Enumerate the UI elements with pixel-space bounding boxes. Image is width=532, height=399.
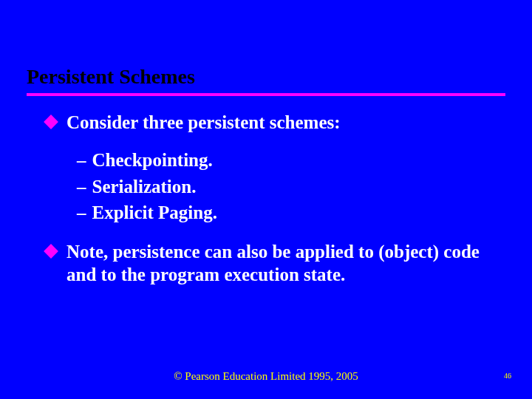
bullet-item: Consider three persistent schemes: [46,111,502,134]
page-number: 46 [504,372,511,380]
slide-title: Persistent Schemes [27,65,532,89]
sub-item: – Explicit Paging. [77,201,502,224]
slide-content: Consider three persistent schemes: – Che… [0,96,532,287]
diamond-bullet-icon [44,115,58,129]
dash-bullet-icon: – [77,149,86,171]
bullet-text: Consider three persistent schemes: [66,111,341,134]
bullet-item: Note, persistence can also be applied to… [46,240,502,287]
bullet-text: Note, persistence can also be applied to… [66,240,502,287]
sub-text: Explicit Paging. [92,201,217,224]
sub-item: – Checkpointing. [77,149,502,171]
sub-text: Serialization. [92,175,197,198]
sub-item: – Serialization. [77,175,502,198]
diamond-bullet-icon [44,244,58,259]
sub-list: – Checkpointing. – Serialization. – Expl… [46,144,502,240]
sub-text: Checkpointing. [92,149,213,171]
dash-bullet-icon: – [77,175,86,198]
dash-bullet-icon: – [77,201,86,224]
footer-copyright: © Pearson Education Limited 1995, 2005 [0,370,532,383]
